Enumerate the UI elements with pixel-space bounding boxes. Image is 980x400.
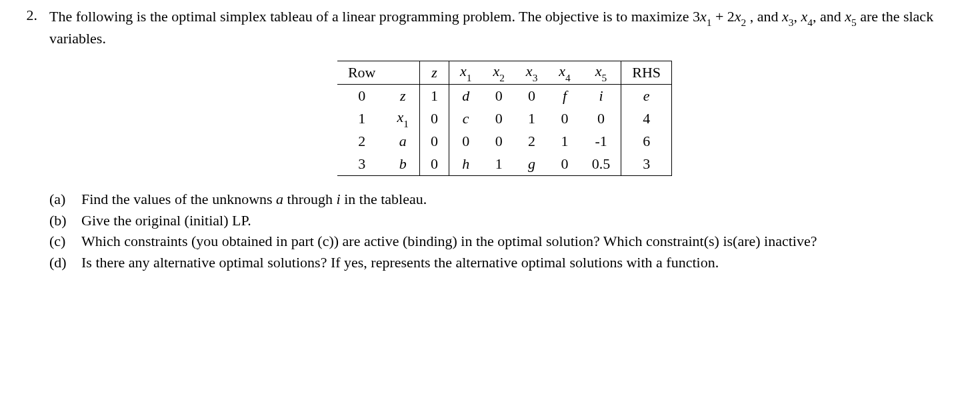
table-row: 2 a 0 0 0 2 1 -1 6 [337,130,672,153]
cell-rhs: 6 [621,130,672,153]
subpart-label: (a) [49,189,73,209]
header-x1: x1 [449,61,482,84]
cell-x2: 1 [482,153,515,176]
cell-rownum: 3 [337,153,387,176]
cell-x1: d [449,84,482,107]
cell-x1: 0 [449,130,482,153]
subpart-c: (c) Which constraints (you obtained in p… [49,231,960,251]
table-row: 0 z 1 d 0 0 f i e [337,84,672,107]
header-x4: x4 [548,61,581,84]
problem-intro: The following is the optimal simplex tab… [49,7,960,49]
cell-rownum: 0 [337,84,387,107]
header-blank [386,61,419,84]
cell-x3: 2 [515,130,548,153]
header-x2: x2 [482,61,515,84]
cell-x1: c [449,107,482,130]
cell-x5: -1 [581,130,621,153]
cell-x1: h [449,153,482,176]
cell-z: 0 [419,107,449,130]
subpart-a: (a) Find the values of the unknowns a th… [49,189,960,209]
cell-x4: f [548,84,581,107]
cell-x3: g [515,153,548,176]
cell-z: 0 [419,130,449,153]
subpart-text: Which constraints (you obtained in part … [81,231,960,251]
header-rhs: RHS [621,61,672,84]
header-z: z [419,61,449,84]
cell-basic: a [386,130,419,153]
subpart-label: (c) [49,231,73,251]
subpart-b: (b) Give the original (initial) LP. [49,211,960,231]
header-row-label: Row [337,61,387,84]
subparts: (a) Find the values of the unknowns a th… [49,189,960,273]
subpart-label: (b) [49,211,73,231]
subpart-label: (d) [49,253,73,273]
header-x5: x5 [581,61,621,84]
cell-rownum: 2 [337,130,387,153]
cell-x3: 0 [515,84,548,107]
cell-z: 0 [419,153,449,176]
cell-basic: z [386,84,419,107]
cell-x2: 0 [482,130,515,153]
cell-basic: b [386,153,419,176]
table-row: 1 x1 0 c 0 1 0 0 4 [337,107,672,130]
cell-x2: 0 [482,84,515,107]
table-row: 3 b 0 h 1 g 0 0.5 3 [337,153,672,176]
subpart-text: Is there any alternative optimal solutio… [81,253,960,273]
problem-block: 2. The following is the optimal simplex … [20,7,960,274]
cell-x5: i [581,84,621,107]
subpart-text: Find the values of the unknowns a throug… [81,189,960,209]
problem-number: 2. [20,7,37,24]
simplex-tableau: Row z x1 x2 x3 x4 x5 RHS 0 z 1 d 0 0 [337,61,672,176]
cell-x4: 0 [548,107,581,130]
tableau-header-row: Row z x1 x2 x3 x4 x5 RHS [337,61,672,84]
problem-content: The following is the optimal simplex tab… [49,7,960,274]
subpart-d: (d) Is there any alternative optimal sol… [49,253,960,273]
cell-x4: 0 [548,153,581,176]
cell-z: 1 [419,84,449,107]
cell-x5: 0.5 [581,153,621,176]
subpart-text: Give the original (initial) LP. [81,211,960,231]
cell-rownum: 1 [337,107,387,130]
cell-x5: 0 [581,107,621,130]
cell-rhs: 4 [621,107,672,130]
cell-x2: 0 [482,107,515,130]
header-x3: x3 [515,61,548,84]
cell-rhs: e [621,84,672,107]
cell-x3: 1 [515,107,548,130]
cell-x4: 1 [548,130,581,153]
cell-rhs: 3 [621,153,672,176]
cell-basic: x1 [386,107,419,130]
tableau-wrap: Row z x1 x2 x3 x4 x5 RHS 0 z 1 d 0 0 [49,61,960,176]
